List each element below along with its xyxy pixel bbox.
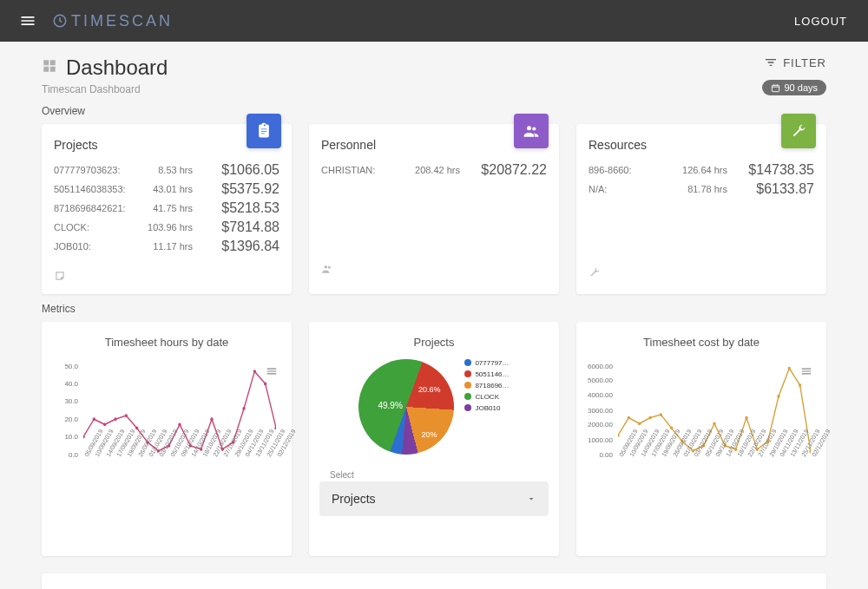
- projects-card: Projects 077779703623:8.53 hrs$1066.0550…: [42, 124, 292, 294]
- svg-point-27: [264, 382, 266, 385]
- stat-row: CHRISTIAN:208.42 hrs$20872.22: [321, 162, 547, 178]
- wrench-small-icon: [589, 266, 601, 278]
- hamburger-icon: [19, 12, 36, 29]
- topbar: TIMESCAN LOGOUT: [0, 0, 868, 42]
- svg-point-19: [178, 422, 181, 426]
- resources-card: Resources 896-8660:126.64 hrs$14738.35N/…: [576, 124, 826, 294]
- cost-chart-card: Timesheet cost by date 6000.005000.00400…: [576, 322, 826, 556]
- svg-point-30: [628, 416, 630, 419]
- stat-row: 896-8660:126.64 hrs$14738.35: [589, 162, 814, 178]
- projects-pie-legend: 0777797…5051146…8718696…CLOCKJOB010: [464, 359, 509, 416]
- hours-chart: 50.040.030.020.010.00.0 05/09/201910/09/…: [52, 366, 281, 470]
- wrench-icon: [790, 122, 807, 140]
- people-small-icon: [321, 263, 333, 275]
- stat-row: N/A:81.78 hrs$6133.87: [589, 181, 814, 197]
- overview-label: Overview: [42, 105, 826, 117]
- calendar-icon: [771, 83, 780, 93]
- stat-cost: $6133.87: [727, 181, 814, 197]
- stat-label: 077779703623:: [54, 165, 141, 175]
- svg-rect-4: [50, 67, 56, 72]
- resources-card-title: Resources: [589, 138, 814, 152]
- legend-item: 8718696…: [464, 382, 509, 389]
- stat-hours: 208.42 hrs: [408, 165, 460, 175]
- projects-card-footer[interactable]: [54, 263, 279, 285]
- stat-cost: $5375.92: [193, 181, 279, 197]
- svg-point-7: [532, 127, 536, 130]
- hours-chart-card: Timesheet hours by date 50.040.030.020.0…: [42, 322, 292, 556]
- projects-pie-card: Projects 49.9%20.6%20% 0777797…5051146…8…: [309, 322, 559, 556]
- svg-point-31: [638, 422, 641, 425]
- resources-card-footer[interactable]: [589, 259, 814, 282]
- filter-button[interactable]: FILTER: [764, 56, 826, 69]
- svg-point-22: [210, 417, 213, 421]
- svg-point-12: [103, 422, 106, 426]
- stat-hours: 8.53 hrs: [141, 165, 193, 175]
- legend-item: CLOCK: [464, 393, 509, 401]
- stat-row: 077779703623:8.53 hrs$1066.05: [54, 162, 279, 178]
- clock-icon: [52, 13, 68, 29]
- personnel-rows: CHRISTIAN:208.42 hrs$20872.22: [321, 162, 547, 178]
- projects-card-icon: [247, 114, 281, 148]
- svg-point-33: [660, 413, 662, 416]
- pie-select-label: Select: [330, 470, 549, 480]
- personnel-card-icon: [514, 114, 549, 148]
- hours-chart-title: Timesheet hours by date: [52, 336, 281, 349]
- svg-point-13: [114, 417, 116, 421]
- dashboard-icon: [42, 58, 57, 77]
- stat-cost: $7814.88: [193, 219, 279, 235]
- stat-cost: $1396.84: [193, 239, 279, 254]
- stat-hours: 41.75 hrs: [141, 203, 193, 213]
- pie-select-value: Projects: [332, 492, 526, 506]
- personnel-card: Personnel CHRISTIAN:208.42 hrs$20872.22: [309, 124, 559, 294]
- logout-button[interactable]: LOGOUT: [784, 8, 858, 35]
- resources-card-icon: [781, 114, 816, 148]
- stat-hours: 43.01 hrs: [141, 184, 193, 194]
- svg-point-26: [253, 370, 256, 373]
- filter-icon: [764, 56, 778, 69]
- stat-label: 8718696842621:: [54, 203, 141, 213]
- extra-card: [42, 573, 826, 590]
- projects-pie-chart: 49.9%20.6%20%: [358, 359, 454, 455]
- stat-hours: 126.64 hrs: [675, 165, 727, 175]
- stat-row: 5051146038353:43.01 hrs$5375.92: [54, 181, 279, 197]
- page-subtitle: Timescan Dashboard: [42, 83, 168, 95]
- stat-label: N/A:: [589, 184, 675, 194]
- stat-label: CHRISTIAN:: [321, 165, 408, 175]
- clipboard-icon: [255, 122, 273, 140]
- stat-row: 8718696842621:41.75 hrs$5218.53: [54, 200, 279, 216]
- menu-button[interactable]: [10, 3, 45, 38]
- legend-item: 5051146…: [464, 370, 509, 378]
- stat-cost: $5218.53: [193, 200, 279, 216]
- projects-rows: 077779703623:8.53 hrs$1066.0550511460383…: [54, 162, 279, 254]
- svg-point-8: [325, 265, 328, 268]
- svg-point-38: [713, 422, 715, 425]
- stat-hours: 11.17 hrs: [141, 241, 193, 252]
- legend-item: 0777797…: [464, 359, 509, 367]
- svg-point-28: [274, 426, 276, 429]
- svg-point-34: [670, 426, 673, 429]
- page-title: Dashboard: [66, 56, 168, 80]
- personnel-card-footer[interactable]: [321, 256, 547, 278]
- days-badge[interactable]: 90 days: [762, 80, 826, 95]
- projects-card-title: Projects: [54, 138, 279, 152]
- svg-rect-1: [43, 60, 49, 65]
- svg-point-45: [788, 366, 791, 370]
- svg-point-14: [125, 414, 128, 417]
- cost-chart-title: Timesheet cost by date: [587, 336, 816, 349]
- brand-text: TIMESCAN: [71, 12, 173, 30]
- stat-cost: $1066.05: [193, 162, 279, 178]
- projects-pie-title: Projects: [319, 336, 549, 349]
- stat-label: CLOCK:: [54, 222, 141, 232]
- svg-point-44: [777, 395, 779, 398]
- cost-chart: 6000.005000.004000.003000.002000.001000.…: [587, 366, 816, 470]
- stat-label: JOB010:: [54, 241, 141, 252]
- pie-select[interactable]: Projects: [319, 481, 549, 516]
- stat-label: 5051146038353:: [54, 184, 141, 194]
- svg-rect-3: [43, 67, 49, 72]
- personnel-card-title: Personnel: [321, 138, 547, 152]
- metrics-label: Metrics: [42, 303, 826, 315]
- svg-point-25: [242, 407, 245, 410]
- stat-hours: 81.78 hrs: [675, 184, 727, 194]
- legend-item: JOB010: [464, 404, 509, 412]
- stat-cost: $14738.35: [727, 162, 814, 178]
